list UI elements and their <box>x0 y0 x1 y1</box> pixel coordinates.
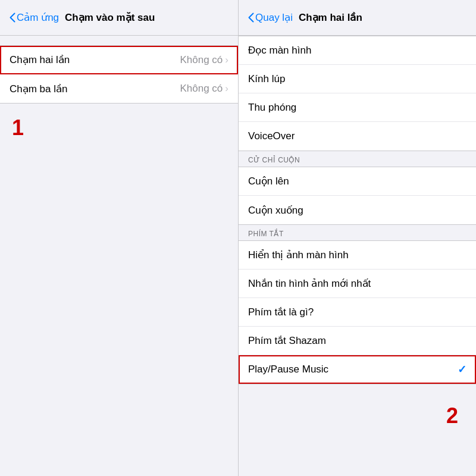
cham-hai-lan-label: Chạm hai lần <box>10 54 70 66</box>
step-number-2: 2 <box>446 403 458 428</box>
right-back-button[interactable]: Quay lại <box>248 11 293 24</box>
cham-hai-lan-value: Không có <box>180 54 223 66</box>
phim-tat-header: PHÍM TẮT <box>239 225 476 240</box>
right-nav-bar: Quay lại Chạm hai lần <box>239 0 476 36</box>
nhan-tin-hinh-anh-label: Nhắn tin hình ảnh mới nhất <box>248 277 371 290</box>
right-group-2-wrapper: PHÍM TẮT Hiển thị ảnh màn hình Nhắn tin … <box>239 225 476 384</box>
left-nav-bar: Cảm ứng Chạm vào mặt sau <box>0 0 238 36</box>
right-panel: Quay lại Chạm hai lần Đọc màn hình Kính … <box>238 0 476 476</box>
cham-ba-lan-item[interactable]: Chạm ba lần Không có › <box>0 74 238 103</box>
right-group-1: Cuộn lên Cuộn xuống <box>239 167 476 225</box>
cuon-xuong-item[interactable]: Cuộn xuống <box>239 196 476 224</box>
thu-phong-label: Thu phóng <box>248 102 296 114</box>
cham-hai-lan-item[interactable]: Chạm hai lần Không có › <box>0 46 238 74</box>
checkmark-icon: ✓ <box>458 363 466 376</box>
right-back-label: Quay lại <box>255 11 293 24</box>
doc-man-hinh-item[interactable]: Đọc màn hình <box>239 36 476 65</box>
cham-hai-lan-chevron-icon: › <box>225 54 228 66</box>
cham-ba-lan-label: Chạm ba lần <box>10 83 67 95</box>
right-group-2: Hiển thị ảnh màn hình Nhắn tin hình ảnh … <box>239 240 476 384</box>
cham-ba-lan-value-group: Không có › <box>180 83 228 95</box>
nhan-tin-hinh-anh-item[interactable]: Nhắn tin hình ảnh mới nhất <box>239 270 476 298</box>
left-list-section: Chạm hai lần Không có › Chạm ba lần Khôn… <box>0 45 238 104</box>
left-back-button[interactable]: Cảm ứng <box>10 11 59 24</box>
cu-chi-cuon-header: CỬ CHỈ CUỘN <box>239 151 476 167</box>
cuon-len-label: Cuộn lên <box>248 175 289 187</box>
left-panel: Cảm ứng Chạm vào mặt sau Chạm hai lần Kh… <box>0 0 238 476</box>
voiceover-label: VoiceOver <box>248 130 295 142</box>
right-content: Đọc màn hình Kính lúp Thu phóng VoiceOve… <box>239 36 476 476</box>
left-back-label: Cảm ứng <box>17 11 59 24</box>
hien-thi-anh-item[interactable]: Hiển thị ảnh màn hình <box>239 241 476 270</box>
kinh-lup-item[interactable]: Kính lúp <box>239 65 476 93</box>
voiceover-item[interactable]: VoiceOver <box>239 122 476 151</box>
phim-tat-shazam-label: Phím tắt Shazam <box>248 334 326 347</box>
cuon-len-item[interactable]: Cuộn lên <box>239 167 476 196</box>
right-nav-title: Chạm hai lần <box>299 11 362 24</box>
step-number-1: 1 <box>12 115 238 140</box>
hien-thi-anh-label: Hiển thị ảnh màn hình <box>248 249 349 261</box>
play-pause-music-item[interactable]: Play/Pause Music ✓ <box>239 355 476 384</box>
left-nav-title: Chạm vào mặt sau <box>65 11 155 24</box>
play-pause-music-label: Play/Pause Music <box>248 364 328 375</box>
right-group-0: Đọc màn hình Kính lúp Thu phóng VoiceOve… <box>239 36 476 151</box>
phim-tat-shazam-item[interactable]: Phím tắt Shazam <box>239 327 476 355</box>
cham-hai-lan-value-group: Không có › <box>180 54 228 66</box>
kinh-lup-label: Kính lúp <box>248 73 285 85</box>
cham-ba-lan-value: Không có <box>180 83 223 95</box>
cham-ba-lan-chevron-icon: › <box>225 83 228 95</box>
thu-phong-item[interactable]: Thu phóng <box>239 93 476 122</box>
cuon-xuong-label: Cuộn xuống <box>248 204 303 217</box>
phim-tat-la-gi-item[interactable]: Phím tắt là gì? <box>239 298 476 327</box>
doc-man-hinh-label: Đọc màn hình <box>248 44 311 57</box>
phim-tat-la-gi-label: Phím tắt là gì? <box>248 306 314 318</box>
right-group-1-wrapper: CỬ CHỈ CUỘN Cuộn lên Cuộn xuống <box>239 151 476 225</box>
